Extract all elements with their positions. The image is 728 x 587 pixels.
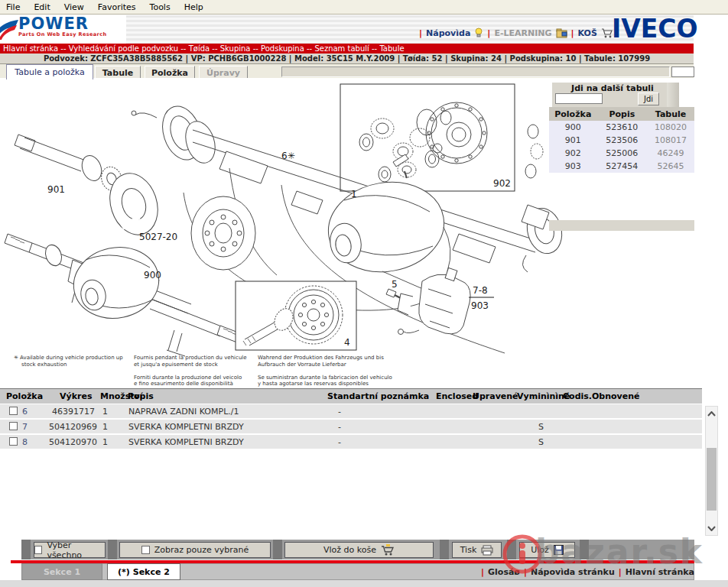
menu-help[interactable]: Help [184, 2, 203, 12]
vehicle-info-bar: Podvozek: ZCFC35A38B5885562 | VP: PCHB6G… [0, 54, 694, 64]
col-vyminene: Vyminìnìné [517, 391, 570, 401]
row-checkbox[interactable] [9, 422, 18, 430]
goto-table-footer [549, 220, 694, 231]
pipe: | [571, 28, 574, 38]
pipe: | [419, 28, 422, 38]
show-selected-button[interactable]: Zobraz pouze vybrané [119, 542, 271, 558]
parts-row[interactable]: 6 46391717 1 NAPRAVA ZADNI KOMPL./1 - [0, 404, 702, 418]
goto-button[interactable]: Jdi [638, 92, 659, 105]
power-tagline: Parts On Web Easy Research [18, 31, 106, 37]
elearning-link[interactable]: E-LEARNING [494, 28, 551, 38]
goto-tabule-link[interactable]: 108020 [647, 121, 694, 134]
toolbar-recess [281, 66, 670, 77]
elearning-icon [556, 28, 567, 38]
scroll-up-icon[interactable] [707, 408, 717, 419]
show-selected-checkbox[interactable] [141, 546, 150, 554]
footnote-line: Se suministran durante la fabricacion de… [258, 375, 392, 381]
glossary-link[interactable]: Glosáø [488, 567, 520, 577]
tab-tabule-a-polozka[interactable]: Tabule a položka [6, 64, 93, 79]
footnote-line: Forniti durante la produzione del veicol… [134, 375, 242, 381]
row-checkbox[interactable] [9, 407, 18, 415]
power-logo: POWER Parts On Web Easy Research [18, 16, 106, 37]
goto-panel-title: Jdi na další tabuli [552, 83, 673, 93]
help-link[interactable]: Nápovìda [426, 28, 470, 38]
cart-link[interactable]: KOŠ [578, 28, 597, 38]
row-qty: 1 [102, 437, 108, 447]
goto-tabule-link[interactable]: 108017 [647, 134, 694, 147]
add-to-cart-button[interactable]: Vlož do koše [284, 542, 434, 558]
diagram-label-903: 903 [471, 300, 489, 311]
print-label: Tisk [460, 545, 477, 555]
menu-file[interactable]: File [6, 2, 20, 12]
diagram-label-901: 901 [47, 184, 65, 195]
pipe: | [487, 28, 490, 38]
vehicle-info: Podvozek: ZCFC35A38B5885562 | VP: PCHB6G… [44, 54, 650, 63]
diagram-label-4: 4 [344, 337, 350, 348]
select-all-label: Vyber všechno [47, 540, 105, 560]
row-qty: 1 [102, 422, 108, 432]
footnote-line: Fournis pendant la production du vehicul… [134, 355, 247, 361]
menu-edit[interactable]: Edit [34, 2, 50, 12]
diagram-label-5: 5 [392, 279, 398, 290]
diagram-label-900: 900 [144, 270, 161, 281]
goto-cell: 900 [549, 121, 597, 134]
menu-favorites[interactable]: Favorites [98, 2, 136, 12]
col-poznamka: Standartní poznámka [327, 391, 429, 401]
power-brand-text: POWER [18, 16, 106, 31]
footnote-line: y hasta agotarse las reservas disponible… [258, 381, 369, 387]
show-selected-label: Zobraz pouze vybrané [154, 545, 249, 555]
select-all-checkbox[interactable] [34, 546, 42, 554]
goto-tabule-input[interactable] [555, 93, 603, 104]
app-window: File Edit View Favorites Tools Help POWE… [0, 0, 728, 587]
parts-row[interactable]: 8 504120970 1 SVERKA KOMPLETNI BRZDY - S [0, 435, 702, 449]
main-area: 901 6✳ 902 1 5027-20 900 4 5 7-8 903 Jdi… [0, 78, 728, 388]
goto-cell: 903 [549, 160, 597, 173]
action-separator [273, 540, 282, 559]
parts-table-header: Položka Výkres Množství Popis Standartní… [0, 388, 702, 404]
goto-row: 901 523506 108017 [549, 134, 694, 147]
menu-view[interactable]: View [64, 2, 84, 12]
col-polozka: Položka [6, 391, 43, 401]
goto-table-header: Položka Popis Tabule [549, 107, 694, 121]
diagram-label-6: 6✳ [281, 151, 295, 161]
col-codis: Codis. [563, 391, 592, 401]
power-swoosh-icon [0, 18, 20, 44]
row-popis: NAPRAVA ZADNI KOMPL./1 [128, 407, 239, 417]
row-popis: SVERKA KOMPLETNI BRZDY [128, 422, 244, 432]
select-all-button[interactable]: Vyber všechno [34, 542, 106, 558]
goto-row: 900 523610 108020 [549, 121, 694, 134]
goto-tabule-link[interactable]: 46249 [647, 147, 694, 160]
scroll-down-icon[interactable] [707, 523, 717, 533]
diagram-label-1: 1 [351, 189, 357, 199]
menu-tools[interactable]: Tools [150, 2, 171, 12]
scrollbar-thumb[interactable] [707, 448, 717, 511]
row-num: 8 [22, 437, 28, 447]
footnote-line: Wahrend der Produktion des Fahrzeugs und… [258, 355, 384, 361]
parts-row[interactable]: 7 504120969 1 SVERKA KOMPLETNI BRZDY - S [0, 420, 702, 433]
page-help-link[interactable]: Nápovìda stránku [531, 567, 615, 577]
home-link[interactable]: Hlavní stránka [626, 567, 694, 577]
row-num: 7 [22, 422, 28, 432]
breadcrumb-bar: Hlavní stránka -- Vyhledávání podle podv… [0, 44, 694, 54]
diagram-label-7-8: 7-8 [473, 285, 488, 296]
goto-table: Položka Popis Tabule 900 523610 108020 9… [549, 107, 694, 173]
goto-cell: 901 [549, 134, 597, 147]
section-2-tab[interactable]: (*) Sekce 2 [107, 563, 180, 580]
action-separator [108, 540, 117, 559]
goto-cell: 523506 [597, 134, 648, 147]
print-button[interactable]: Tisk [452, 542, 502, 558]
footnote-line: et jusqu'a epuisement de stock [134, 362, 218, 368]
iveco-logo: IVECO [612, 14, 728, 44]
action-separator [21, 540, 31, 559]
mini-input[interactable] [671, 66, 694, 77]
col-upravene: Upravené [473, 391, 518, 401]
goto-row: 903 527454 52645 [549, 160, 694, 173]
row-vykres: 504120969 [49, 422, 95, 432]
goto-tabule-link[interactable]: 52645 [647, 160, 694, 173]
breadcrumb[interactable]: Hlavní stránka -- Vyhledávání podle podv… [3, 44, 405, 53]
row-checkbox[interactable] [9, 437, 18, 446]
goto-col-polozka: Položka [549, 107, 597, 121]
save-button[interactable]: Ulož [519, 542, 575, 558]
pipe: | [481, 567, 484, 577]
table-scrollbar[interactable] [705, 406, 718, 536]
